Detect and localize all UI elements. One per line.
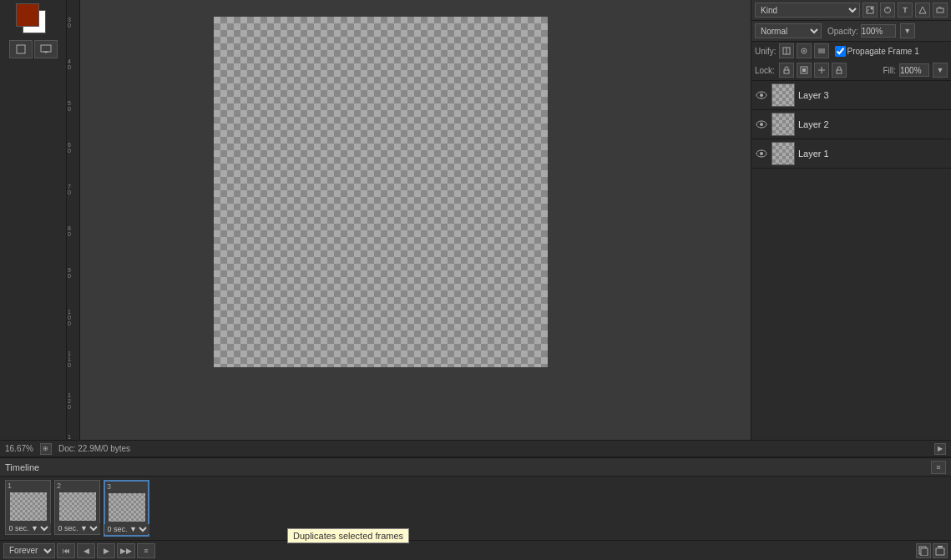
- layer-thumbnail: [771, 83, 795, 107]
- unify-visibility-icon[interactable]: [797, 43, 812, 58]
- type-icon[interactable]: T: [898, 3, 913, 18]
- zoom-level: 16.67%: [5, 444, 33, 453]
- duplicate-frame-btn[interactable]: [916, 543, 931, 558]
- svg-point-6: [871, 8, 873, 10]
- kind-row: Kind T: [751, 0, 951, 21]
- unify-style-icon[interactable]: [814, 43, 829, 58]
- fill-menu-icon[interactable]: ▼: [933, 63, 948, 78]
- prev-frame-btn[interactable]: ◀: [77, 543, 95, 558]
- layer-thumbnail: [771, 113, 795, 136]
- opacity-input[interactable]: [861, 24, 896, 38]
- fill-controls: Fill: ▼: [883, 63, 948, 78]
- unify-row: Unify: Propagate Frame 1: [751, 42, 951, 60]
- svg-marker-9: [919, 7, 926, 13]
- lock-pixels-icon[interactable]: [797, 63, 812, 78]
- frame-delay-select[interactable]: 0 sec. ▼: [104, 524, 149, 534]
- kind-select[interactable]: Kind: [755, 3, 860, 18]
- more-btn[interactable]: ≡: [137, 543, 155, 558]
- frame-delay-select[interactable]: 0 sec. ▼: [6, 523, 51, 533]
- loop-select[interactable]: Forever Once 3 Times: [3, 543, 55, 558]
- canvas-icon[interactable]: [9, 40, 33, 58]
- layer-thumbnail: [771, 142, 795, 165]
- color-swatches: [16, 3, 51, 35]
- monitor-icon[interactable]: [34, 40, 58, 58]
- frame-number: 1: [6, 481, 13, 491]
- fill-input[interactable]: [899, 63, 929, 77]
- lock-transparent-icon[interactable]: [779, 63, 794, 78]
- ruler-tick: 40: [67, 58, 79, 70]
- lock-all-icon[interactable]: [832, 63, 847, 78]
- doc-info: Doc: 22.9M/0 bytes: [58, 444, 130, 453]
- timeline-panel: Timeline ≡ 1 0 sec. ▼ 2: [0, 457, 951, 560]
- rewind-btn[interactable]: ⏮: [57, 543, 75, 558]
- blend-opacity-row: Normal Opacity: ▼: [751, 21, 951, 42]
- svg-point-30: [760, 152, 763, 155]
- svg-rect-32: [921, 548, 928, 556]
- fill-label: Fill:: [883, 66, 896, 75]
- ruler-tick: 70: [67, 184, 79, 195]
- ruler-tick: 90: [67, 267, 79, 279]
- frame-delay: 0 sec. ▼: [104, 523, 149, 535]
- svg-rect-0: [17, 45, 25, 53]
- svg-rect-19: [784, 70, 789, 73]
- frame-delay: 0 sec. ▼: [6, 522, 51, 534]
- svg-rect-21: [802, 68, 806, 72]
- layer-name: Layer 2: [798, 119, 829, 129]
- svg-rect-10: [937, 8, 943, 13]
- ruler-tick: 50: [67, 100, 79, 112]
- status-bar: 16.67% ⊕ Doc: 22.9M/0 bytes ▶: [0, 440, 951, 457]
- status-refresh-btn[interactable]: ⊕: [40, 443, 52, 455]
- foreground-color-swatch[interactable]: [16, 3, 39, 27]
- next-frame-btn[interactable]: ▶▶: [117, 543, 135, 558]
- lock-label: Lock:: [755, 66, 775, 75]
- ruler-tick: 130: [67, 434, 79, 440]
- unify-position-icon[interactable]: [779, 43, 794, 58]
- delete-frame-btn[interactable]: [933, 543, 948, 558]
- layer-item[interactable]: Layer 3: [751, 81, 951, 110]
- blend-mode-select[interactable]: Normal: [755, 23, 822, 38]
- lock-position-icon[interactable]: [814, 63, 829, 78]
- status-arrow-btn[interactable]: ▶: [934, 443, 946, 455]
- timeline-menu-btn[interactable]: ≡: [931, 461, 946, 474]
- opacity-label: Opacity:: [827, 27, 858, 36]
- layer-name: Layer 3: [798, 90, 829, 100]
- ruler-tick: 60: [67, 142, 79, 154]
- frame-delay-select[interactable]: 0 sec. ▼: [55, 523, 100, 533]
- svg-point-15: [803, 50, 805, 52]
- tools-panel: [0, 0, 67, 440]
- layer-visibility-toggle[interactable]: [755, 118, 768, 131]
- svg-rect-33: [936, 548, 944, 555]
- frame-delay: 0 sec. ▼: [55, 522, 100, 534]
- frame-thumbnail: [59, 492, 96, 521]
- layers-list: Layer 3 Layer 2 Layer 1: [751, 81, 951, 440]
- opacity-menu-icon[interactable]: ▼: [900, 23, 915, 38]
- propagate-frame-check[interactable]: Propagate Frame 1: [835, 46, 919, 57]
- layer-item[interactable]: Layer 1: [751, 139, 951, 169]
- ruler-tick: 100: [67, 309, 79, 326]
- layer-item[interactable]: Layer 2: [751, 110, 951, 139]
- frame-item[interactable]: 1 0 sec. ▼: [5, 480, 51, 535]
- layer-visibility-toggle[interactable]: [755, 88, 768, 102]
- propagate-label: Propagate Frame 1: [847, 47, 919, 56]
- image-icon[interactable]: [862, 3, 878, 18]
- timeline-controls: Forever Once 3 Times ⏮ ◀ ▶ ▶▶ ≡ Duplicat…: [0, 540, 951, 560]
- layer-visibility-toggle[interactable]: [755, 147, 768, 160]
- frame-thumbnail: [10, 492, 47, 521]
- adjustment-icon[interactable]: [880, 3, 895, 18]
- unify-label: Unify:: [755, 47, 776, 56]
- ruler-tick: 30: [67, 17, 79, 28]
- shape-icon[interactable]: [915, 3, 930, 18]
- timeline-title: Timeline: [5, 462, 39, 472]
- smart-filter-icon[interactable]: [933, 3, 948, 18]
- frame-item-selected[interactable]: 3 0 sec. ▼: [104, 480, 149, 537]
- svg-point-26: [760, 93, 763, 97]
- play-btn[interactable]: ▶: [97, 543, 115, 558]
- svg-rect-24: [837, 70, 842, 73]
- frame-thumbnail: [109, 493, 145, 522]
- frame-item[interactable]: 2 0 sec. ▼: [54, 480, 100, 535]
- ruler-tick: 120: [67, 392, 79, 410]
- ruler-tick: 110: [67, 351, 79, 368]
- svg-point-28: [760, 123, 763, 126]
- lock-fill-row: Lock: Fill: ▼: [751, 60, 951, 81]
- canvas-viewport: [80, 0, 751, 440]
